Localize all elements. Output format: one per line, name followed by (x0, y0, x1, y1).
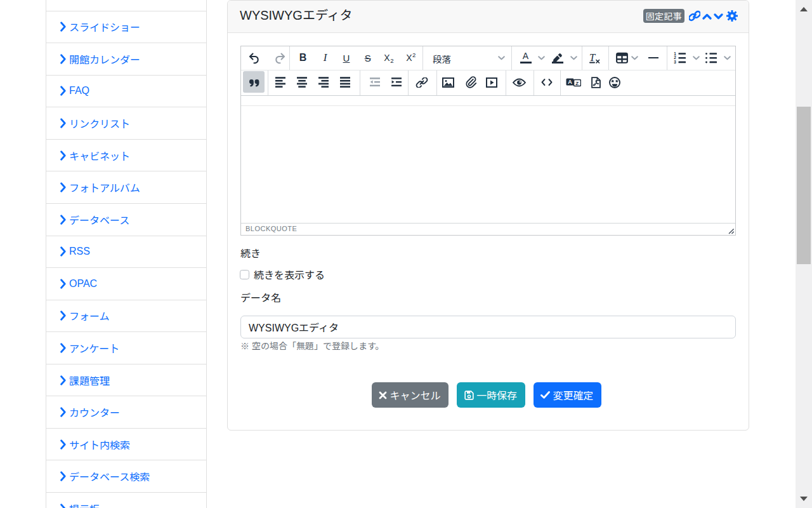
svg-text:3: 3 (674, 60, 676, 64)
svg-text:T: T (589, 52, 596, 64)
svg-text:Z: Z (575, 81, 579, 86)
svg-text:A: A (568, 79, 572, 85)
